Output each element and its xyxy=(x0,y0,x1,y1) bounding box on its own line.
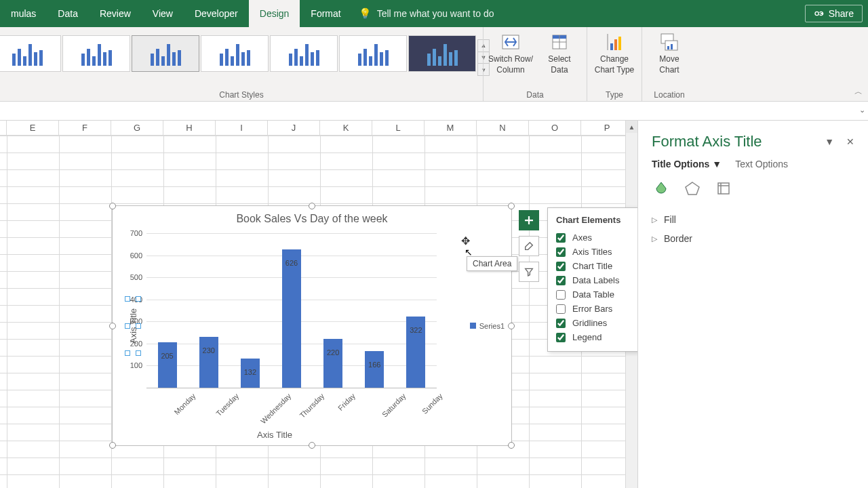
tab-review[interactable]: Review xyxy=(89,0,142,27)
chart-element-label: Axes xyxy=(572,232,592,243)
move-chart-button[interactable]: Move Chart xyxy=(645,31,694,75)
col-L[interactable]: L xyxy=(372,121,425,135)
chart-element-checkbox[interactable] xyxy=(556,262,566,271)
bar[interactable]: 205 xyxy=(158,342,177,388)
chart-element-label: Chart Title xyxy=(572,261,612,271)
resize-handle[interactable] xyxy=(508,442,515,449)
chart-filter-button[interactable] xyxy=(519,262,539,282)
change-chart-type-icon xyxy=(604,31,625,53)
switch-row-column-icon xyxy=(500,31,521,53)
select-data-button[interactable]: Select Data xyxy=(535,31,584,75)
change-chart-type-button[interactable]: Change Chart Type xyxy=(590,31,639,75)
chart-element-checkbox[interactable] xyxy=(556,319,566,328)
x-tick-label: Thursday xyxy=(298,392,326,420)
switch-row-column-button[interactable]: Switch Row/ Column xyxy=(486,31,535,75)
chart-element-checkbox[interactable] xyxy=(556,290,566,300)
chart-style-5[interactable] xyxy=(270,35,338,72)
move-cursor-icon: ✥ xyxy=(461,235,470,247)
tell-me-search[interactable]: 💡 Tell me what you want to do xyxy=(359,7,494,20)
chart-style-3[interactable] xyxy=(132,35,199,72)
chart-element-checkbox[interactable] xyxy=(556,304,566,314)
tab-design[interactable]: Design xyxy=(249,0,300,27)
formula-bar-expand[interactable]: ⌄ xyxy=(859,106,865,115)
col-M[interactable]: M xyxy=(425,121,477,135)
chart-element-checkbox[interactable] xyxy=(556,233,566,243)
chart-element-label: Data Labels xyxy=(572,275,619,285)
bar[interactable]: 220 xyxy=(323,339,342,388)
tab-format[interactable]: Format xyxy=(300,0,351,27)
col-G[interactable]: G xyxy=(111,121,163,135)
bar[interactable]: 230 xyxy=(199,337,218,388)
x-tick-label: Wednesday xyxy=(259,392,292,425)
chart-style-7[interactable] xyxy=(408,35,476,72)
col-O[interactable]: O xyxy=(529,121,581,135)
col-H[interactable]: H xyxy=(163,121,216,135)
format-pane-close[interactable]: ✕ xyxy=(846,136,854,147)
gridline xyxy=(146,233,437,234)
text-options-tab[interactable]: Text Options xyxy=(735,159,788,169)
legend[interactable]: Series1 xyxy=(470,322,505,330)
bar[interactable]: 322 xyxy=(406,317,425,388)
resize-handle[interactable] xyxy=(309,203,315,209)
tab-data[interactable]: Data xyxy=(47,0,89,27)
resize-handle[interactable] xyxy=(508,323,515,329)
fill-line-icon[interactable] xyxy=(652,179,671,198)
resize-handle[interactable] xyxy=(109,203,116,209)
bar[interactable]: 132 xyxy=(241,359,260,388)
chart-element-checkbox[interactable] xyxy=(556,276,566,285)
tab-formulas[interactable]: mulas xyxy=(0,0,47,27)
chart-object[interactable]: Book Sales Vs Day of the week 7006005004… xyxy=(112,205,512,446)
svg-rect-10 xyxy=(671,44,673,49)
x-tick-label: Tuesday xyxy=(214,392,240,418)
tab-developer[interactable]: Developer xyxy=(184,0,249,27)
legend-label: Series1 xyxy=(479,322,505,330)
bar[interactable]: 166 xyxy=(365,351,384,388)
col-F[interactable]: F xyxy=(59,121,111,135)
border-section[interactable]: ▷Border xyxy=(652,229,854,248)
chart-element-label: Gridlines xyxy=(572,318,607,328)
scroll-up[interactable]: ▲ xyxy=(626,121,637,133)
resize-handle[interactable] xyxy=(508,203,515,209)
col-I[interactable]: I xyxy=(216,121,268,135)
chart-element-label: Data Table xyxy=(572,289,614,300)
format-pane-dropdown[interactable]: ▼ xyxy=(825,136,834,147)
y-axis-title[interactable]: Axis Title xyxy=(127,299,138,353)
share-button[interactable]: Share xyxy=(805,5,863,22)
col-K[interactable]: K xyxy=(320,121,372,135)
group-label-location: Location xyxy=(642,90,696,100)
col-N[interactable]: N xyxy=(477,121,529,135)
plot-area[interactable]: 700600500400300200100205Monday230Tuesday… xyxy=(146,233,437,388)
chart-element-checkbox[interactable] xyxy=(556,333,566,342)
chart-elements-button[interactable] xyxy=(519,210,539,230)
title-options-tab[interactable]: Title Options ▼ xyxy=(652,159,722,169)
resize-handle[interactable] xyxy=(309,442,315,449)
x-tick-label: Sunday xyxy=(420,392,444,415)
chart-element-checkbox[interactable] xyxy=(556,247,566,257)
chart-style-6[interactable] xyxy=(339,35,407,72)
chart-style-4[interactable] xyxy=(201,35,269,72)
fill-section[interactable]: ▷Fill xyxy=(652,210,854,229)
size-properties-icon[interactable] xyxy=(714,179,733,198)
chevron-down-icon: ▼ xyxy=(712,159,722,169)
tab-view[interactable]: View xyxy=(142,0,184,27)
resize-handle[interactable] xyxy=(109,442,116,449)
x-tick-label: Saturday xyxy=(380,392,408,419)
col-E[interactable]: E xyxy=(7,121,59,135)
resize-handle[interactable] xyxy=(109,323,116,329)
chart-style-1[interactable] xyxy=(0,35,61,72)
col-J[interactable]: J xyxy=(268,121,320,135)
bar[interactable]: 626 xyxy=(282,249,301,388)
x-axis-title[interactable]: Axis Title xyxy=(113,430,437,440)
brush-icon xyxy=(524,241,534,251)
legend-swatch xyxy=(470,323,476,329)
funnel-icon xyxy=(524,266,534,277)
x-tick-label: Monday xyxy=(172,392,197,416)
data-label: 322 xyxy=(410,326,422,334)
chart-styles-button[interactable] xyxy=(519,236,539,256)
collapse-ribbon-button[interactable]: ︿ xyxy=(852,85,865,98)
formula-bar[interactable]: ⌄ xyxy=(0,102,868,121)
effects-icon[interactable] xyxy=(683,179,702,198)
group-label-data: Data xyxy=(484,90,587,100)
chart-style-2[interactable] xyxy=(62,35,130,72)
svg-rect-6 xyxy=(618,37,621,50)
